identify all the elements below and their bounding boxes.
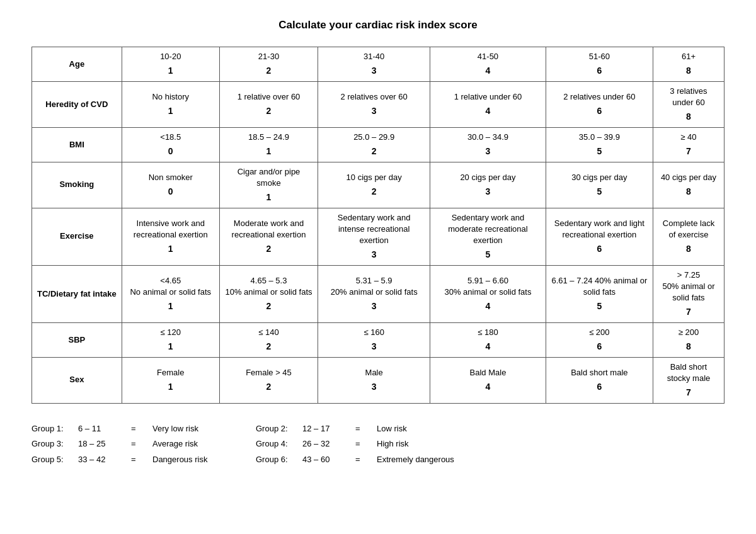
table-cell: 5.91 – 6.6030% animal or solid fats4 (430, 265, 546, 322)
group-label: Group 1: (32, 421, 76, 437)
table-cell: <4.65No animal or solid fats1 (122, 265, 219, 322)
row-header-heredity-of-cvd: Heredity of CVD (32, 81, 122, 127)
table-cell: 61+8 (653, 47, 724, 82)
group-desc: Dangerous risk (152, 452, 253, 468)
table-cell: 18.5 – 24.91 (219, 127, 318, 162)
group-equals: = (355, 421, 374, 437)
table-cell: 20 cigs per day3 (430, 162, 546, 208)
table-cell: <18.50 (122, 127, 219, 162)
table-cell: 2 relatives under 606 (546, 81, 653, 127)
score-value: 5 (551, 145, 648, 158)
group-equals: = (355, 452, 374, 468)
row-header-sex: Sex (32, 357, 122, 403)
score-value: 8 (658, 65, 719, 77)
score-value: 2 (225, 381, 312, 394)
table-cell: ≤ 1804 (430, 322, 546, 357)
table-cell: Bald Male4 (430, 357, 546, 403)
table-cell: 10 cigs per day2 (318, 162, 430, 208)
group-range: 18 – 25 (78, 436, 129, 452)
score-value: 8 (658, 186, 719, 198)
score-value: 8 (658, 111, 719, 123)
score-value: 8 (658, 243, 719, 256)
table-cell: Moderate work and recreational exertion2 (219, 208, 318, 265)
group-desc: Average risk (152, 436, 253, 452)
group-label: Group 3: (32, 436, 76, 452)
group-equals: = (131, 421, 150, 437)
table-cell: Non smoker0 (122, 162, 219, 208)
group-desc: High risk (377, 436, 478, 452)
table-cell: 3 relatives under 608 (653, 81, 724, 127)
score-value: 1 (127, 243, 214, 256)
score-value: 1 (225, 145, 312, 158)
score-value: 1 (127, 341, 214, 353)
score-value: 8 (658, 341, 719, 353)
table-cell: ≤ 1201 (122, 322, 219, 357)
table-cell: 6.61 – 7.24 40% animal or solid fats5 (546, 265, 653, 322)
table-cell: Complete lack of exercise8 (653, 208, 724, 265)
score-value: 6 (551, 341, 648, 353)
table-cell: ≤ 1603 (318, 322, 430, 357)
group-range: 12 – 17 (302, 421, 353, 437)
score-value: 3 (323, 65, 425, 77)
row-header-sbp: SBP (32, 322, 122, 357)
group-desc: Low risk (377, 421, 478, 437)
score-value: 1 (225, 191, 312, 204)
score-value: 5 (551, 300, 648, 313)
table-cell: Male3 (318, 357, 430, 403)
table-cell: 2 relatives over 603 (318, 81, 430, 127)
table-cell: Female > 452 (219, 357, 318, 403)
score-value: 2 (225, 105, 312, 118)
table-cell: No history1 (122, 81, 219, 127)
score-value: 5 (435, 249, 541, 261)
score-value: 7 (658, 306, 719, 319)
score-value: 1 (127, 65, 214, 77)
score-value: 4 (435, 105, 541, 118)
group-label: Group 6: (256, 452, 300, 468)
score-value: 2 (225, 243, 312, 256)
table-cell: ≤ 1402 (219, 322, 318, 357)
table-cell: 51-606 (546, 47, 653, 82)
score-value: 3 (323, 341, 425, 353)
score-value: 3 (323, 300, 425, 313)
table-cell: ≥ 2008 (653, 322, 724, 357)
group-label: Group 2: (256, 421, 300, 437)
table-cell: 41-504 (430, 47, 546, 82)
group-equals: = (131, 436, 150, 452)
score-value: 6 (551, 381, 648, 394)
group-range: 43 – 60 (302, 452, 353, 468)
score-value: 2 (225, 341, 312, 353)
score-value: 3 (323, 249, 425, 261)
page-title: Calculate your cardiac risk index score (278, 19, 478, 31)
group-range: 6 – 11 (78, 421, 129, 437)
table-cell: Cigar and/or pipe smoke1 (219, 162, 318, 208)
group-equals: = (131, 452, 150, 468)
score-value: 2 (323, 186, 425, 198)
table-cell: 10-201 (122, 47, 219, 82)
table-cell: 40 cigs per day8 (653, 162, 724, 208)
table-cell: Sedentary work and intense recreational … (318, 208, 430, 265)
table-cell: ≤ 2006 (546, 322, 653, 357)
table-cell: 4.65 – 5.310% animal or solid fats2 (219, 265, 318, 322)
row-header-exercise: Exercise (32, 208, 122, 265)
table-cell: > 7.2550% animal or solid fats7 (653, 265, 724, 322)
group-equals: = (355, 436, 374, 452)
score-value: 1 (127, 105, 214, 118)
table-cell: 30.0 – 34.93 (430, 127, 546, 162)
score-value: 1 (127, 381, 214, 394)
table-cell: 31-403 (318, 47, 430, 82)
score-value: 3 (435, 145, 541, 158)
table-cell: ≥ 407 (653, 127, 724, 162)
row-header-tc-dietary-fat-intake: TC/Dietary fat intake (32, 265, 122, 322)
score-value: 3 (323, 381, 425, 394)
table-cell: Female1 (122, 357, 219, 403)
groups-section: Group 1:6 – 11=Very low riskGroup 2:12 –… (32, 421, 724, 468)
table-cell: Intensive work and recreational exertion… (122, 208, 219, 265)
risk-table: Age10-20121-30231-40341-50451-60661+8Her… (32, 47, 724, 404)
score-value: 7 (658, 387, 719, 399)
score-value: 2 (225, 300, 312, 313)
score-value: 6 (551, 105, 648, 118)
score-value: 4 (435, 300, 541, 313)
group-range: 26 – 32 (302, 436, 353, 452)
score-value: 0 (127, 145, 214, 158)
group-label: Group 4: (256, 436, 300, 452)
